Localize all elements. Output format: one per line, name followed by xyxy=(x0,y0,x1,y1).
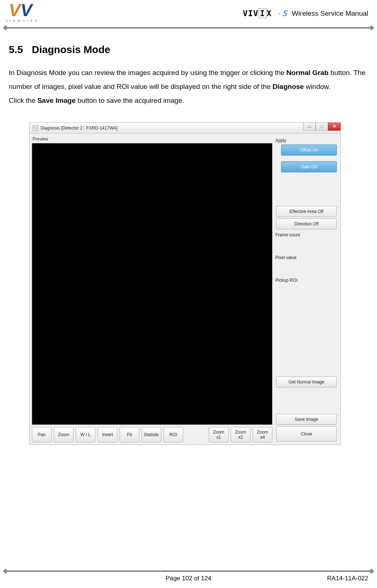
invert-button[interactable]: Invert xyxy=(98,427,117,442)
body-text-frag: button to save the acquired image. xyxy=(76,97,184,104)
preview-label: Preview xyxy=(32,136,272,143)
preview-toolbar: Pan Zoom W / L Invert Fit Statistic ROI … xyxy=(32,427,272,442)
maximize-icon: □ xyxy=(321,124,323,129)
logo-w-icon: VV xyxy=(9,1,39,19)
window-body: Preview Pan Zoom W / L Invert Fit Statis… xyxy=(30,134,340,445)
get-normal-image-button[interactable]: Get Normal Image xyxy=(276,377,337,387)
zoom-x1-button[interactable]: Zoom x1 xyxy=(209,427,229,442)
pickup-roi-label: Pickup ROI xyxy=(275,277,338,284)
close-window-button[interactable]: ✕ xyxy=(328,123,340,131)
close-button[interactable]: Close xyxy=(276,426,337,442)
pickup-roi-value xyxy=(275,284,338,327)
header-right: VIVIX -S Wireless Service Manual xyxy=(243,9,368,18)
section-heading: 5.5Diagnosis Mode xyxy=(9,44,368,56)
window-icon xyxy=(33,125,38,131)
vieworks-logo: VV vieworks xyxy=(9,1,39,23)
zoom-x4-button[interactable]: Zoom x4 xyxy=(253,427,272,442)
page-number: Page 102 of 124 xyxy=(0,575,377,582)
diagnosis-window: Diagnosis [Detector 2 : FXRD-1417WA] — □… xyxy=(29,122,341,445)
save-image-button[interactable]: Save Image xyxy=(276,414,337,425)
gain-on-button[interactable]: Gain On xyxy=(281,161,337,172)
window-titlebar[interactable]: Diagnosis [Detector 2 : FXRD-1417WA] — □… xyxy=(30,123,340,134)
right-spacer xyxy=(275,327,338,376)
content-area: 5.5Diagnosis Mode In Diagnosis Mode you … xyxy=(0,29,377,445)
minimize-icon: — xyxy=(308,124,312,129)
body-text: In Diagnosis Mode you can review the ima… xyxy=(9,66,368,108)
body-text-frag: In Diagnosis Mode you can review the ima… xyxy=(9,69,286,76)
doc-title: Wireless Service Manual xyxy=(292,10,368,18)
section-title: Diagnosis Mode xyxy=(32,44,110,55)
frame-count-label: Frame count xyxy=(275,232,338,238)
section-number: 5.5 xyxy=(9,44,23,55)
pan-button[interactable]: Pan xyxy=(32,427,52,442)
header-rule xyxy=(5,27,372,29)
zoom-x2-button[interactable]: Zoom x2 xyxy=(231,427,250,442)
preview-canvas[interactable] xyxy=(32,143,272,425)
body-text-bold: Save Image xyxy=(37,97,76,104)
body-text-bold: Diagnose xyxy=(272,83,304,90)
vivix-logo: VIVIX -S xyxy=(243,9,287,18)
statistic-button[interactable]: Statistic xyxy=(142,427,161,442)
apply-label: Apply xyxy=(275,137,338,144)
body-text-frag: Click the xyxy=(9,97,37,104)
effective-area-off-button[interactable]: Effective Area Off xyxy=(276,206,337,217)
window-level-button[interactable]: W / L xyxy=(76,427,95,442)
right-panel: Apply Offset On Gain On Effective Area O… xyxy=(275,136,338,442)
pixel-value-label: Pixel value xyxy=(275,254,338,261)
roi-button[interactable]: ROI xyxy=(163,427,183,442)
body-text-bold: Normal Grab xyxy=(286,69,328,76)
maximize-button[interactable]: □ xyxy=(316,123,328,131)
preview-panel: Preview Pan Zoom W / L Invert Fit Statis… xyxy=(32,136,272,442)
toolbar-spacer xyxy=(185,427,207,442)
doc-id: RA14-11A-022 xyxy=(327,575,368,582)
frame-count-value xyxy=(275,238,338,253)
zoom-button[interactable]: Zoom xyxy=(54,427,73,442)
minimize-button[interactable]: — xyxy=(303,123,316,131)
pixel-value-value xyxy=(275,261,338,276)
direction-off-button[interactable]: Direction Off xyxy=(276,218,337,229)
offset-on-button[interactable]: Offset On xyxy=(281,145,337,156)
footer-rule xyxy=(5,570,372,572)
footer-ornament-right xyxy=(369,569,374,574)
fit-button[interactable]: Fit xyxy=(120,427,139,442)
window-title: Diagnosis [Detector 2 : FXRD-1417WA] xyxy=(41,126,117,131)
page-header: VV vieworks VIVIX -S Wireless Service Ma… xyxy=(0,0,377,29)
window-buttons: — □ ✕ xyxy=(303,123,340,131)
body-text-frag: window. xyxy=(304,83,331,90)
close-icon: ✕ xyxy=(333,124,336,129)
